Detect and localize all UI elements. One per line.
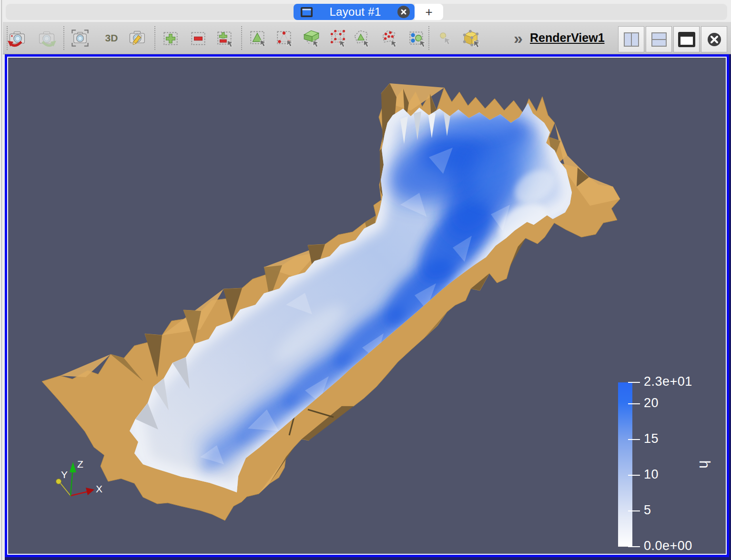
axis-z-label: Z — [77, 459, 83, 470]
camera-capture-icon — [70, 28, 90, 48]
layout-tab-bar: Layout #1 + — [3, 0, 731, 22]
select-cells-through-button[interactable] — [300, 27, 323, 50]
toggle-selection-button[interactable] — [213, 27, 236, 50]
camera-toolbar: 3D — [3, 22, 731, 54]
legend-tick — [628, 382, 640, 383]
split-horizontal-icon — [623, 32, 640, 47]
close-tab-button[interactable] — [397, 6, 410, 18]
camera-redo-icon — [37, 28, 57, 48]
legend-tick — [628, 403, 640, 404]
split-vertical-icon — [651, 32, 667, 47]
window-edge-divider — [1, 0, 2, 560]
color-legend-bar[interactable] — [618, 382, 632, 547]
toolbar-separator — [428, 26, 429, 50]
orientation-axes-widget: X Y Z — [56, 459, 103, 496]
polygon-select-cells-icon — [352, 29, 371, 48]
render-view-title-link[interactable]: RenderView1 — [530, 31, 605, 45]
close-view-button[interactable] — [701, 26, 727, 52]
legend-tick — [628, 439, 640, 440]
tab-strip: Layout #1 + — [6, 4, 727, 20]
select-frustum-cells-icon — [302, 29, 321, 48]
axis-x-label: X — [96, 483, 102, 494]
maximize-view-button[interactable] — [673, 26, 700, 52]
legend-title: h — [696, 460, 713, 468]
interactive-select-cells-button[interactable] — [406, 27, 428, 50]
hover-cell-icon — [461, 28, 481, 48]
camera-undo-icon — [7, 28, 27, 48]
reset-camera-button[interactable] — [6, 27, 29, 50]
hover-point-icon — [436, 29, 455, 48]
layout-window-icon — [300, 7, 313, 18]
add-selection-button[interactable] — [159, 27, 182, 50]
selection-plus-icon — [161, 29, 180, 48]
toolbar-overflow-button[interactable]: » — [511, 28, 526, 48]
close-icon — [400, 9, 407, 15]
split-view-vertical-button[interactable] — [646, 26, 672, 52]
water-surface — [130, 101, 572, 492]
selection-minus-icon — [189, 29, 208, 48]
adjust-camera-button[interactable] — [126, 27, 149, 50]
legend-tick-label: 2.3e+01 — [644, 374, 692, 389]
select-cells-with-polygon-button[interactable] — [350, 27, 373, 50]
select-cells-on-surface-button[interactable] — [246, 27, 269, 50]
tab-title: Layout #1 — [313, 5, 397, 19]
view-frame-edge — [729, 54, 731, 560]
maximize-icon — [678, 31, 696, 48]
select-points-on-surface-button[interactable] — [273, 27, 296, 50]
legend-tick-label: 20 — [644, 396, 659, 410]
tab-layout-1[interactable]: Layout #1 — [294, 4, 415, 20]
camera-edit-icon — [128, 28, 148, 48]
view-frame-edge — [5, 557, 731, 560]
legend-tick-label: 15 — [644, 431, 659, 446]
legend-tick — [628, 510, 640, 511]
legend-tick-label: 0.0e+00 — [644, 539, 692, 553]
select-frustum-points-icon — [329, 29, 348, 48]
legend-tick-label: 5 — [644, 503, 651, 518]
redo-camera-button[interactable] — [35, 27, 58, 50]
legend-tick — [628, 546, 640, 547]
select-points-icon — [275, 29, 294, 48]
render-view-frame: X Y Z 2.3e+01 20 15 10 5 0.0e+00 h — [5, 54, 729, 557]
selection-plus-minus-icon — [215, 29, 234, 48]
legend-tick — [628, 475, 640, 476]
render-viewport[interactable]: X Y Z 2.3e+01 20 15 10 5 0.0e+00 h — [7, 57, 727, 555]
toolbar-separator — [241, 26, 242, 50]
toolbar-separator — [154, 26, 155, 50]
select-cells-icon — [248, 29, 267, 48]
legend-tick-label: 10 — [644, 467, 659, 482]
hover-cells-button[interactable] — [459, 27, 482, 50]
close-icon — [706, 31, 722, 48]
new-layout-tab-button[interactable]: + — [415, 4, 443, 20]
paraview-window: Layout #1 + — [0, 0, 731, 560]
hover-points-button[interactable] — [434, 27, 457, 50]
subtract-selection-button[interactable] — [187, 27, 210, 50]
axis-y-label: Y — [61, 469, 68, 480]
toggle-2d-3d-button[interactable]: 3D — [100, 27, 123, 50]
polygon-select-points-icon — [380, 29, 399, 48]
select-points-with-polygon-button[interactable] — [378, 27, 401, 50]
select-points-through-button[interactable] — [327, 27, 350, 50]
toolbar-separator — [63, 26, 64, 50]
interactive-select-icon — [407, 29, 426, 48]
capture-screenshot-button[interactable] — [69, 27, 91, 50]
split-view-horizontal-button[interactable] — [618, 26, 644, 52]
